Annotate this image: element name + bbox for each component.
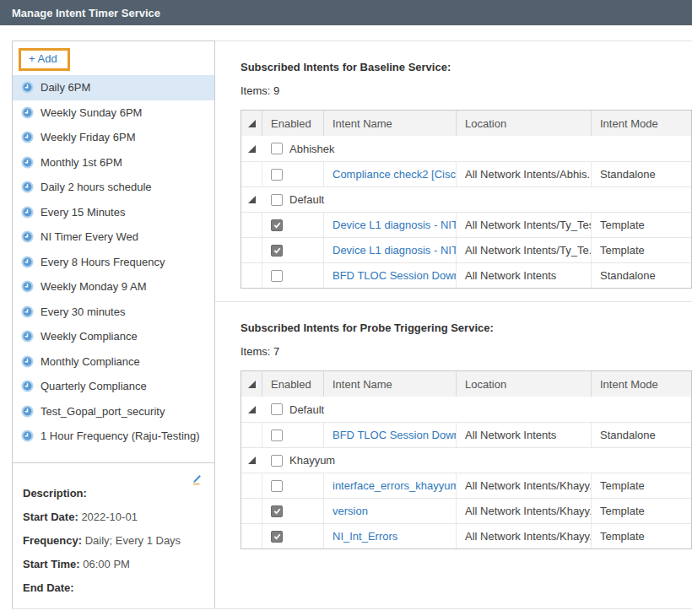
group-label: Default [289,403,324,416]
intent-mode: Template [600,244,645,257]
intent-row[interactable]: NI_Int_Errors All Network Intents/Khayy.… [241,523,691,548]
column-header-location[interactable]: Location [465,117,506,130]
expand-cell [241,473,262,498]
timer-list-item[interactable]: Daily 2 hours schedule [13,175,214,200]
intent-location: All Network Intents/Ty_Te... [465,244,592,257]
group-enabled-checkbox[interactable] [271,143,283,154]
intent-location: All Network Intents/Ty_Test [465,219,592,231]
detail-label: Frequency: [23,534,82,547]
group-row[interactable]: Default [241,397,691,422]
enabled-checkbox[interactable] [271,531,283,543]
timer-list-item[interactable]: Weekly Compliance [13,324,214,349]
intent-name-link[interactable]: Device L1 diagnosis - NIT -... [332,244,457,257]
timer-label: NI Timer Every Wed [41,230,138,243]
timer-list: Daily 6PM Weekly Sunday 6PM Weekly Frida… [13,75,214,462]
intent-row[interactable]: BFD TLOC Session Down All Network Intent… [241,262,691,288]
intent-row[interactable]: Device L1 diagnosis - NIT All Network In… [241,212,691,237]
enabled-checkbox[interactable] [271,270,283,282]
expand-cell [241,213,262,237]
expand-cell [241,162,262,186]
column-header-enabled[interactable]: Enabled [271,378,311,391]
timer-list-item[interactable]: NI Timer Every Wed [13,224,214,250]
clock-icon [21,81,34,94]
intent-row[interactable]: interface_errors_khayyum All Network Int… [241,473,691,498]
enabled-checkbox[interactable] [271,430,283,441]
group-enabled-checkbox[interactable] [271,455,283,467]
add-area: + Add [13,41,214,71]
timer-list-item[interactable]: Weekly Sunday 6PM [13,100,214,126]
intent-location: All Network Intents/Khayy... [465,505,592,517]
intent-name-link[interactable]: Compliance check2 [Cisco... [332,168,457,181]
intent-name-link[interactable]: Device L1 diagnosis - NIT [332,219,457,231]
clock-icon [21,131,34,143]
group-enabled-checkbox[interactable] [271,403,283,415]
enabled-checkbox[interactable] [271,245,283,257]
intent-mode: Standalone [600,429,656,441]
group-row[interactable]: Khayyum [241,447,691,473]
intent-location: All Network Intents/Khayy... [465,479,592,492]
timer-label: 1 Hour Frequency (Raju-Testing) [41,430,200,442]
timer-list-item[interactable]: Weekly Monday 9 AM [13,274,214,300]
timer-list-item[interactable]: Every 8 Hours Frequency [13,250,214,275]
intent-name-link[interactable]: BFD TLOC Session Down [332,429,457,441]
timer-list-item[interactable]: Test_Gopal_port_security [13,399,214,424]
column-header-intent-mode[interactable]: Intent Mode [600,378,658,391]
expand-cell [241,263,262,288]
clock-icon [21,380,34,392]
pencil-icon [190,476,203,489]
intents-grid: Enabled Intent Name Location Intent Mode… [241,370,692,549]
group-enabled-checkbox[interactable] [271,194,283,206]
detail-label: Start Time: [23,558,80,570]
timer-list-item[interactable]: Daily 6PM [13,75,214,100]
collapse-icon[interactable] [248,145,256,153]
collapse-all-icon[interactable] [248,381,256,388]
collapse-icon[interactable] [248,406,256,413]
detail-row: End Date: [23,581,203,595]
collapse-all-icon[interactable] [248,120,256,127]
timer-list-item[interactable]: 1 Hour Frequency (Raju-Testing) [13,424,214,449]
timer-label: Daily 6PM [41,81,90,94]
enabled-checkbox[interactable] [271,169,283,181]
timer-list-item[interactable]: Every 15 Minutes [13,200,214,225]
timer-list-item[interactable]: Every 30 minutes [13,300,214,325]
enabled-checkbox[interactable] [271,480,283,492]
collapse-icon[interactable] [248,457,256,464]
column-header-intent-name[interactable]: Intent Name [332,117,392,130]
column-header-intent-name[interactable]: Intent Name [332,378,392,391]
expand-cell [241,524,262,548]
timer-sidebar: + Add Daily 6PM Weekly Sunday 6PM Weekly… [12,41,215,609]
column-header-intent-mode[interactable]: Intent Mode [600,117,658,130]
detail-value: 2022-10-01 [81,511,138,523]
intent-row[interactable]: version All Network Intents/Khayy... Tem… [241,498,691,523]
clock-icon [21,355,34,368]
clock-icon [21,430,34,442]
intent-name-link[interactable]: NI_Int_Errors [332,530,397,543]
enabled-checkbox[interactable] [271,219,283,231]
timer-list-item[interactable]: Weekly Friday 6PM [13,125,214,150]
intent-name-link[interactable]: BFD TLOC Session Down [332,269,457,282]
enabled-checkbox[interactable] [271,505,283,517]
collapse-icon[interactable] [248,196,256,203]
column-header-enabled[interactable]: Enabled [271,117,311,130]
timer-list-item[interactable]: Quarterly Compliance [13,374,214,399]
intent-row[interactable]: Compliance check2 [Cisco... All Network … [241,161,691,186]
group-row[interactable]: Abhishek [241,136,691,161]
intent-mode: Template [600,219,645,231]
column-header-location[interactable]: Location [465,378,506,391]
timer-label: Weekly Compliance [41,330,138,343]
intent-row[interactable]: BFD TLOC Session Down All Network Intent… [241,422,691,447]
edit-button[interactable] [190,473,203,489]
expand-cell [241,448,262,473]
timer-list-item[interactable]: Monthly Compliance [13,349,214,375]
add-button[interactable]: + Add [21,51,68,68]
intent-name-link[interactable]: interface_errors_khayyum [332,479,457,492]
timer-label: Monthly 1st 6PM [41,156,122,169]
group-row[interactable]: Default [241,186,691,212]
detail-value: Daily; Every 1 Days [85,534,181,547]
timer-label: Weekly Monday 9 AM [41,280,146,293]
intent-row[interactable]: Device L1 diagnosis - NIT -... All Netwo… [241,237,691,262]
intent-name-link[interactable]: version [332,505,368,517]
timer-list-item[interactable]: Monthly 1st 6PM [13,150,214,176]
expand-cell [241,499,262,523]
timer-label: Every 15 Minutes [41,206,125,219]
